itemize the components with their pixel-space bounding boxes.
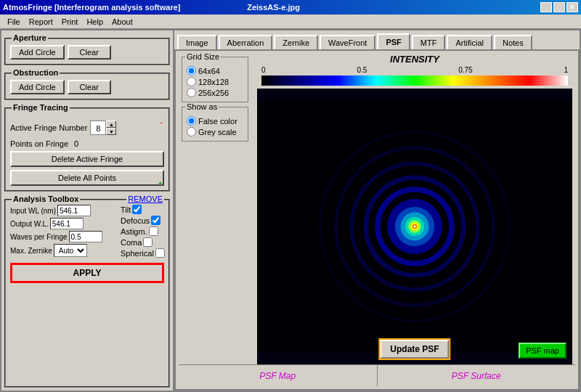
max-zernike-label: Max. Zernike bbox=[10, 247, 52, 255]
intensity-label: INTENSITY bbox=[254, 54, 575, 65]
tab-wavefront[interactable]: WaveFront bbox=[320, 35, 375, 49]
obstruction-clear-button[interactable]: Clear bbox=[68, 80, 111, 94]
menu-report[interactable]: Report bbox=[25, 16, 57, 28]
menu-file[interactable]: File bbox=[3, 16, 25, 28]
colorbar-label-075: 0.75 bbox=[458, 66, 472, 74]
minimize-button[interactable]: _ bbox=[540, 2, 552, 12]
grid-256-label: 256x256 bbox=[198, 89, 229, 97]
defocus-checkbox[interactable] bbox=[151, 216, 161, 225]
minus-label: - bbox=[160, 118, 163, 126]
astigm-label: Astigm. bbox=[121, 227, 147, 236]
grid-size-title: Grid Size bbox=[185, 52, 221, 61]
psf-canvas bbox=[257, 89, 572, 364]
menu-about[interactable]: About bbox=[107, 16, 137, 28]
psf-image-container: PSF map Update PSF bbox=[257, 89, 572, 364]
tab-image[interactable]: Image bbox=[177, 35, 217, 49]
update-psf-button[interactable]: Update PSF bbox=[380, 340, 449, 359]
left-panel: Aperture Add Circle Clear Obstruction Ad… bbox=[1, 30, 174, 391]
grid-128-radio[interactable] bbox=[187, 77, 196, 86]
colorbar-labels: 0 0.5 0.75 1 bbox=[254, 66, 575, 74]
waves-per-fringe-label: Waves per Fringe bbox=[10, 233, 68, 241]
obstruction-title: Obstruction bbox=[12, 68, 60, 77]
grey-scale-label: Grey scale bbox=[198, 128, 237, 136]
astigm-checkbox[interactable] bbox=[149, 226, 158, 236]
grid-256-radio[interactable] bbox=[187, 88, 196, 97]
tilt-label: Tilt bbox=[121, 205, 131, 214]
show-as-group: Show as False color Grey scale bbox=[182, 107, 248, 142]
psf-map-button[interactable]: PSF map bbox=[519, 343, 566, 359]
analysis-toolbox-group: Analysis Toolbox REMOVE Input WL (nm) Ou… bbox=[4, 199, 170, 388]
grid-size-group: Grid Size 64x64 128x128 256x256 bbox=[182, 57, 248, 102]
obstruction-add-circle-button[interactable]: Add Circle bbox=[10, 80, 65, 94]
fringe-tracing-title: Fringe Tracing bbox=[12, 103, 70, 112]
title-bar: AtmosFringe [Interferogram analysis soft… bbox=[0, 0, 581, 15]
tab-zernike[interactable]: Zernike bbox=[274, 35, 318, 49]
active-fringe-value: 8 bbox=[90, 121, 106, 135]
coma-label: Coma bbox=[121, 238, 142, 247]
colorbar-label-05: 0.5 bbox=[357, 66, 367, 74]
waves-per-fringe-field[interactable] bbox=[69, 231, 102, 242]
menu-help[interactable]: Help bbox=[82, 16, 107, 28]
close-button[interactable]: ✕ bbox=[566, 2, 578, 12]
fringe-tracing-group: Fringe Tracing - Active Fringe Number 8 … bbox=[4, 107, 170, 192]
tab-content-psf: Grid Size 64x64 128x128 256x256 bbox=[174, 49, 580, 391]
obstruction-group: Obstruction Add Circle Clear bbox=[4, 73, 170, 100]
grid-64-radio[interactable] bbox=[187, 66, 196, 75]
menu-print[interactable]: Print bbox=[57, 16, 83, 28]
colorbar-label-1: 1 bbox=[564, 66, 568, 74]
maximize-button[interactable]: □ bbox=[553, 2, 565, 12]
false-color-radio[interactable] bbox=[187, 116, 196, 126]
active-fringe-spinner[interactable]: 8 ▲ ▼ bbox=[90, 121, 116, 135]
tab-aberration[interactable]: Aberration bbox=[219, 35, 273, 49]
bottom-tab-psf-surface[interactable]: PSF Surface bbox=[378, 365, 576, 386]
psf-display-area: INTENSITY 0 0.5 0.75 1 bbox=[254, 54, 575, 364]
right-panel: Image Aberration Zernike WaveFront PSF M… bbox=[174, 30, 580, 391]
tilt-checkbox[interactable] bbox=[132, 205, 142, 214]
coma-checkbox[interactable] bbox=[143, 237, 153, 247]
remove-link[interactable]: REMOVE bbox=[126, 195, 164, 203]
aperture-title: Aperture bbox=[12, 33, 48, 42]
aperture-group: Aperture Add Circle Clear bbox=[4, 38, 170, 65]
window-title: AtmosFringe [Interferogram analysis soft… bbox=[3, 3, 300, 12]
active-fringe-label: Active Fringe Number bbox=[10, 123, 87, 132]
bottom-tab-psf-map[interactable]: PSF Map bbox=[179, 365, 378, 386]
colorbar-label-0: 0 bbox=[261, 66, 266, 74]
spherical-checkbox[interactable] bbox=[155, 248, 165, 258]
tab-psf[interactable]: PSF bbox=[377, 33, 410, 49]
menu-bar: File Report Print Help About bbox=[0, 15, 581, 29]
window-controls: _ □ ✕ bbox=[540, 2, 578, 12]
svg-point-13 bbox=[413, 225, 415, 227]
plus-label: + bbox=[158, 179, 163, 187]
grid-128-label: 128x128 bbox=[198, 78, 229, 86]
delete-active-fringe-button[interactable]: Delete Active Fringe bbox=[10, 151, 164, 167]
checkbox-group: Tilt Defocus Astigm. Coma bbox=[121, 205, 164, 258]
aperture-add-circle-button[interactable]: Add Circle bbox=[10, 45, 65, 60]
input-wl-label: Input WL (nm) bbox=[10, 207, 56, 215]
delete-all-points-button[interactable]: Delete All Points bbox=[10, 170, 164, 186]
grey-scale-radio[interactable] bbox=[187, 127, 196, 136]
show-as-title: Show as bbox=[185, 102, 219, 111]
points-on-fringe-value: 0 bbox=[74, 139, 78, 148]
psf-options: Grid Size 64x64 128x128 256x256 bbox=[179, 54, 251, 364]
output-wl-field[interactable] bbox=[50, 218, 84, 229]
tab-notes[interactable]: Notes bbox=[494, 35, 532, 49]
bottom-tab-bar: PSF Map PSF Surface bbox=[179, 364, 575, 386]
tab-bar: Image Aberration Zernike WaveFront PSF M… bbox=[174, 30, 580, 49]
spin-up-arrow[interactable]: ▲ bbox=[106, 121, 116, 128]
apply-button[interactable]: APPLY bbox=[10, 263, 164, 283]
points-on-fringe-label: Points on Fringe bbox=[10, 139, 68, 148]
main-container: Aperture Add Circle Clear Obstruction Ad… bbox=[0, 29, 581, 392]
spherical-label: Spherical bbox=[121, 249, 154, 258]
input-wl-field[interactable] bbox=[57, 205, 91, 216]
max-zernike-select[interactable]: Auto 4 6 8 bbox=[54, 244, 87, 257]
false-color-label: False color bbox=[198, 117, 237, 126]
output-wl-label: Output W.L. bbox=[10, 220, 49, 228]
defocus-label: Defocus bbox=[121, 216, 150, 225]
aperture-clear-button[interactable]: Clear bbox=[68, 45, 111, 60]
tab-artificial[interactable]: Artificial bbox=[447, 35, 492, 49]
spin-down-arrow[interactable]: ▼ bbox=[106, 128, 116, 135]
analysis-title: Analysis Toolbox bbox=[12, 195, 80, 203]
grid-64-label: 64x64 bbox=[198, 67, 220, 75]
tab-mtf[interactable]: MTF bbox=[412, 35, 446, 49]
colorbar bbox=[261, 75, 568, 86]
